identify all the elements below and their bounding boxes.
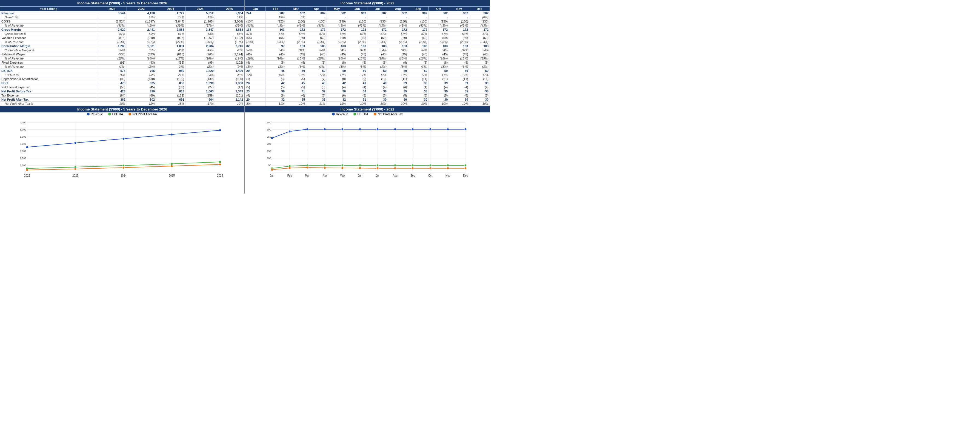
row-cell: (4) [368,85,388,89]
row-cell: 82 [245,44,266,48]
svg-point-89 [412,164,414,166]
row-cell: (1,965) [186,19,215,24]
legend-label: EBITDA [357,112,368,116]
row-cell: 241 [245,11,266,15]
row-cell: (43%) [266,24,286,28]
row-cell: 16% [97,73,127,77]
col-header: Dec [469,6,490,11]
row-cell: (23%) [286,40,306,44]
table-row: (4)(6)(6)(6)(6)(5)(5)(5)(5)(5)(5)(5) [245,94,490,97]
row-cell: (23%) [449,40,469,44]
row-cell: 34% [469,48,490,53]
row-cell: (45) [326,53,347,56]
row-cell: 5% [286,15,306,19]
row-cell: 302 [388,11,408,15]
svg-point-93 [271,169,273,171]
row-cell: (99) [186,61,215,65]
row-cell: 41 [347,81,368,85]
svg-point-96 [324,167,326,169]
row-cell: 1,063 [186,89,215,94]
row-cell: (3%) [306,65,326,69]
row-cell: (8) [286,61,306,65]
svg-text:7,000: 7,000 [20,121,26,124]
row-cell: (5) [245,85,266,89]
row-cell: (43%) [306,24,326,28]
row-cell: (45) [266,53,286,56]
row-cell: (69) [326,36,347,40]
row-cell: (17) [215,85,244,89]
row-cell: (5) [388,94,408,97]
row-cell: (21%) [156,40,185,44]
row-cell: (159) [186,94,215,97]
table-row: 137163172172172172172172172172172172 [245,28,490,32]
svg-point-22 [74,142,76,144]
row-cell: 17% [449,73,469,77]
row-cell: 61% [156,32,185,36]
table-row: 203235333231303030303030 [245,97,490,102]
table-row: 284245434241403939393939 [245,81,490,85]
row-cell: 287 [266,11,286,15]
row-cell: (23%) [368,40,388,44]
row-cell: 32 [266,97,286,102]
row-cell: 38 [326,89,347,94]
row-cell: 813 [156,89,185,94]
table-row: % of Revenue(43%)(41%)(39%)(37%)(35%) [0,24,244,28]
row-cell: 3,347 [186,28,215,32]
row-cell: (11) [388,77,408,81]
svg-text:150: 150 [267,150,271,152]
top-row: Income Statement ($'000) - 5 Years to De… [0,0,490,106]
svg-text:6,000: 6,000 [20,128,26,131]
svg-point-21 [26,146,28,148]
col-header: Jan [245,6,266,11]
row-cell: - [388,15,408,19]
row-cell: (1,062) [186,36,215,40]
row-cell: 691 [156,97,185,102]
row-label: Gross Margin [0,28,97,32]
row-cell: (23%) [306,40,326,44]
row-cell: 18% [127,73,156,77]
right-chart-legend: RevenueEBITDANet Profit After Tax [245,112,490,116]
row-cell: (4) [449,85,469,89]
row-cell: (43%) [449,24,469,28]
row-label: Gross Margin % [0,32,97,36]
row-cell: (19%) [215,40,244,44]
row-cell: (3%) [408,65,428,69]
table-row: 57%57%57%57%57%57%57%57%57%57%57%57% [245,32,490,36]
row-cell: (1) [245,77,266,81]
svg-point-100 [394,167,396,169]
row-label: Net Profit After Tax [0,97,97,102]
row-cell: (69) [347,36,368,40]
right-chart-panel: Income Statement ($'000) - 2022 RevenueE… [245,106,490,194]
row-cell: 765 [127,69,156,73]
row-cell: 28 [245,81,266,85]
left-chart-panel: Income Statement ($'000) - 5 Years to De… [0,106,245,194]
row-cell: (23%) [428,40,449,44]
row-cell: (45) [127,85,156,89]
row-cell: 50 [469,69,490,73]
legend-dot [332,113,335,115]
svg-point-80 [465,128,466,130]
row-cell: (8) [469,61,490,65]
row-cell: (4) [408,85,428,89]
row-cell: 34% [368,48,388,53]
table-row: (19%)(16%)(15%)(15%)(15%)(15%)(15%)(15%)… [245,56,490,61]
bottom-row: Income Statement ($'000) - 5 Years to De… [0,106,490,194]
row-cell: 576 [97,69,127,73]
row-cell: (43%) [245,24,266,28]
row-cell: 12% [127,102,156,106]
legend-label: Net Profit After Tax [132,112,158,116]
row-cell: 32 [326,97,347,102]
table-row: 34%34%34%34%34%34%34%34%34%34%34%34% [245,48,490,53]
row-cell: - [326,15,347,19]
svg-point-94 [288,167,291,169]
row-cell: 302 [469,11,490,15]
row-cell: 14% [156,15,185,19]
row-cell: (45) [428,53,449,56]
svg-text:2,000: 2,000 [20,157,26,159]
row-cell: (43%) [286,24,306,28]
row-cell: (673) [127,53,156,56]
svg-text:2023: 2023 [72,174,78,177]
table-row: (104)(123)(130)(130)(130)(130)(130)(130)… [245,19,490,24]
row-cell: 30 [428,97,449,102]
row-cell: 50 [368,69,388,73]
